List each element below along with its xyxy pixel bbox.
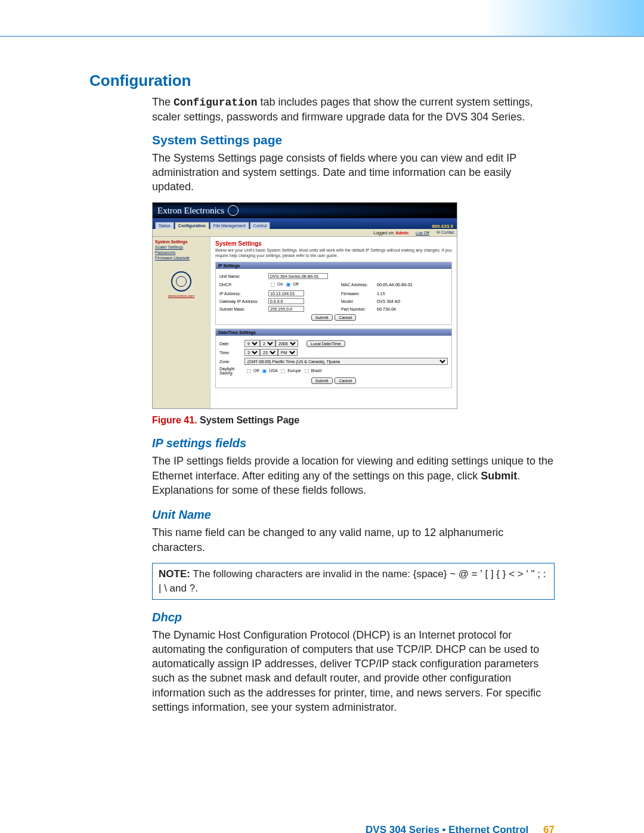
ds-eu-radio[interactable]: [281, 368, 286, 373]
unit-name-label: Unit Name:: [219, 274, 268, 278]
heading-dhcp: Dhcp: [152, 611, 555, 624]
page-top-bar: [0, 0, 644, 37]
note-text: The following characters are invalid in …: [159, 568, 546, 594]
contact-link[interactable]: ✉ Contac: [436, 230, 454, 235]
shot-main-title: System Settings: [215, 240, 452, 247]
model-value: DVS 304 AD: [377, 299, 400, 304]
ds-off-text: Off: [253, 368, 259, 373]
ds-off-radio[interactable]: [247, 368, 252, 373]
mac-value: 00-05-A6-00-B6-01: [377, 283, 413, 287]
zone-label: Zone:: [219, 360, 244, 364]
heading-ip-settings-fields: IP settings fields: [152, 436, 555, 450]
partnum-value: 60-736-04: [377, 307, 396, 311]
dhcp-off-text: Off: [293, 283, 298, 287]
zone-select[interactable]: (GMT-08:00) Pacific Time (US & Canada), …: [244, 358, 448, 365]
logged-on: Logged on: Admin: [373, 231, 408, 235]
contact-text: Contac: [441, 230, 454, 234]
ip-settings-fields-paragraph: The IP settings fields provide a locatio…: [152, 454, 555, 497]
date-label: Date:: [219, 342, 244, 346]
tab-file-management[interactable]: File Management: [210, 222, 249, 229]
dhcp-on-radio[interactable]: [271, 283, 275, 287]
intro-pre: The: [152, 96, 174, 108]
log-off-link[interactable]: Log Off: [416, 231, 429, 235]
note-box: NOTE: The following characters are inval…: [152, 563, 555, 600]
gateway-input[interactable]: [268, 298, 304, 304]
unit-name-paragraph: This name field can be changed to any va…: [152, 525, 555, 555]
sidebar-item-scaler-settings[interactable]: Scaler Settings: [155, 244, 208, 250]
shot-main-desc: Below are your Unit's basic System Setti…: [215, 248, 452, 258]
ip-submit-button[interactable]: Submit: [311, 314, 333, 321]
page-number: 67: [543, 824, 555, 833]
date-month-select[interactable]: 9: [244, 340, 260, 347]
ds-usa-text: USA: [269, 368, 277, 373]
sidebar-url[interactable]: www.extron.com: [155, 294, 208, 298]
sidebar-item-passwords[interactable]: Passwords: [155, 250, 208, 255]
tab-control[interactable]: Control: [250, 222, 271, 229]
logged-on-label: Logged on:: [373, 231, 394, 235]
heading-configuration: Configuration: [89, 72, 555, 90]
subnet-label: Subnet Mask:: [219, 307, 268, 311]
firmware-label: Firmware:: [341, 292, 377, 296]
ip-settings-header: IP Settings: [216, 262, 451, 269]
datetime-settings-panel: Date/Time Settings Date: 9 2 2008 Local …: [215, 329, 452, 388]
subnet-input[interactable]: [268, 306, 304, 312]
heading-unit-name: Unit Name: [152, 508, 555, 522]
figure-caption: Figure 41. System Settings Page: [152, 415, 555, 426]
unit-name-input[interactable]: [268, 273, 328, 279]
shot-main: System Settings Below are your Unit's ba…: [210, 237, 457, 408]
brand-text: Extron Electronics: [157, 206, 224, 216]
gateway-label: Gateway IP Address:: [219, 299, 268, 304]
phone-number: 800.633.9: [432, 224, 454, 229]
logged-on-user: Admin: [395, 231, 408, 235]
shot-sidebar: System Settings Scaler Settings Password…: [153, 237, 210, 408]
daylight-label: Daylight Saving:: [219, 367, 244, 375]
p3a-b: Submit: [481, 470, 517, 482]
shot-info-bar: Logged on: Admin Log Off ✉ Contac: [153, 229, 457, 237]
brand-logo-icon: [228, 205, 239, 216]
tab-status[interactable]: Status: [155, 222, 174, 229]
mac-label: MAC Address:: [341, 283, 377, 287]
dhcp-paragraph: The Dynamic Host Configuration Protocol …: [152, 628, 555, 715]
time-hour-select[interactable]: 3: [244, 349, 260, 356]
figure-title: System Settings Page: [200, 415, 299, 425]
system-settings-screenshot: Extron Electronics Status Configuration …: [152, 202, 457, 409]
note-label: NOTE:: [159, 568, 190, 580]
firmware-value: 1.15: [377, 292, 385, 296]
heading-system-settings-page: System Settings page: [152, 133, 555, 147]
figure-number: Figure 41.: [152, 415, 200, 425]
local-datetime-button[interactable]: Local Date/Time: [306, 340, 345, 347]
ip-address-label: IP Address:: [219, 292, 268, 296]
intro-paragraph: The Configuration tab includes pages tha…: [152, 95, 555, 125]
sidebar-item-firmware-upgrade[interactable]: Firmware Upgrade: [155, 255, 208, 261]
dhcp-on-text: On: [277, 283, 283, 287]
date-year-select[interactable]: 2008: [275, 340, 298, 347]
partnum-label: Part Number:: [341, 307, 377, 311]
ip-cancel-button[interactable]: Cancel: [335, 314, 356, 321]
sidebar-item-system-settings[interactable]: System Settings: [155, 239, 208, 244]
dt-cancel-button[interactable]: Cancel: [335, 377, 356, 384]
system-settings-paragraph: The Systems Settings page consists of fi…: [152, 151, 555, 194]
footer-text: DVS 304 Series • Ethernet Control: [366, 824, 528, 833]
sidebar-seal-icon: [171, 271, 191, 292]
date-day-select[interactable]: 2: [260, 340, 275, 347]
tab-configuration[interactable]: Configuration: [175, 222, 209, 229]
model-label: Model:: [341, 299, 377, 304]
ds-eu-text: Europe: [287, 368, 301, 373]
time-label: Time:: [219, 351, 244, 355]
datetime-header: Date/Time Settings: [216, 329, 451, 336]
shot-tab-bar: Status Configuration File Management Con…: [153, 218, 457, 229]
ds-usa-radio[interactable]: [262, 368, 267, 373]
ip-settings-panel: IP Settings Unit Name: DHCP: On Off: [215, 262, 452, 325]
time-min-select[interactable]: 23: [260, 349, 278, 356]
shot-brand-header: Extron Electronics: [153, 203, 457, 218]
dhcp-label: DHCP:: [219, 283, 268, 287]
dt-submit-button[interactable]: Submit: [311, 377, 333, 384]
time-ampm-select[interactable]: PM: [278, 349, 298, 356]
page-footer: DVS 304 Series • Ethernet Control 67: [366, 824, 555, 833]
ds-br-text: Brazil: [311, 368, 322, 373]
ds-br-radio[interactable]: [304, 368, 309, 373]
ip-address-input[interactable]: [268, 290, 304, 296]
intro-bold: Configuration: [174, 97, 257, 109]
dhcp-off-radio[interactable]: [286, 283, 291, 287]
